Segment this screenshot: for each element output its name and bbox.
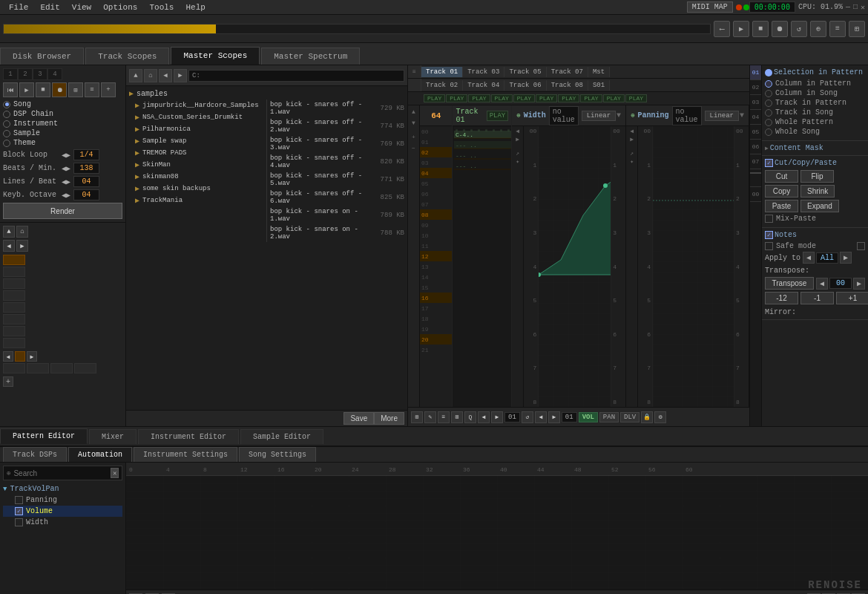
menu-tools[interactable]: Tools <box>143 1 180 13</box>
auto-item-width[interactable]: Width <box>3 517 122 528</box>
apply-right[interactable]: ▶ <box>840 252 852 264</box>
pe-bb-val[interactable]: 01 <box>504 412 520 422</box>
lines-arrows[interactable]: ◀▶ <box>62 177 70 186</box>
file-item-3[interactable]: bop kick - snares off - 3.wav 769 KB <box>267 135 407 153</box>
browser-item-1[interactable]: ▶ jimpurbrick__Hardcore_Samples <box>126 99 266 111</box>
play-btn-9[interactable]: PLAY <box>603 94 625 102</box>
pan-ctrl-1[interactable]: ◀ <box>630 128 634 134</box>
browser-item-4[interactable]: ▶ Sample swap <box>126 135 266 147</box>
safe-mode-cb2[interactable] <box>857 242 865 250</box>
pan-ctrl-3[interactable]: ↗ <box>630 150 634 157</box>
pan-mode-arrow[interactable]: ▼ <box>740 111 744 120</box>
track-tab-08[interactable]: Track 08 <box>547 80 588 91</box>
transport-add[interactable]: + <box>101 82 116 97</box>
browser-fwd[interactable]: ▶ <box>174 69 187 82</box>
browser-home[interactable]: ⌂ <box>144 69 157 82</box>
safe-mode-cb[interactable] <box>765 242 773 250</box>
flip-button[interactable]: Flip <box>800 170 834 183</box>
pe-bb-val2[interactable]: 01 <box>562 412 577 422</box>
radio-sample[interactable]: Sample <box>3 129 122 137</box>
transpose-button[interactable]: Transpose <box>765 277 814 290</box>
beat-num-display[interactable]: 64 <box>431 111 441 120</box>
menu-help[interactable]: Help <box>180 1 211 13</box>
sp-2[interactable] <box>27 363 49 373</box>
toolbar-btn-2[interactable]: ▶ <box>733 21 749 37</box>
lines-val[interactable]: 04 <box>73 176 99 187</box>
editor-tab-sample[interactable]: Sample Editor <box>240 429 323 444</box>
sel-whole-song[interactable]: Whole Song <box>765 128 865 136</box>
editor-tab-instrument[interactable]: Instrument Editor <box>138 429 239 444</box>
toolbar-btn-4[interactable]: ⏺ <box>772 21 788 37</box>
pan-val[interactable]: no value <box>672 106 702 125</box>
nav-left[interactable]: ◀ <box>3 240 15 252</box>
pe-bb-vol[interactable]: VOL <box>579 412 598 422</box>
v-tab-4[interactable]: 04 <box>750 110 761 125</box>
search-input[interactable] <box>13 469 108 477</box>
v-tab-1[interactable]: 01 <box>750 65 761 80</box>
copy-button[interactable]: Copy <box>765 185 798 198</box>
pe-bb-lock[interactable]: 🔒 <box>641 411 653 423</box>
transport-rec[interactable]: ⏺ <box>52 82 67 97</box>
transpose-left[interactable]: ◀ <box>816 278 828 290</box>
auto-cb-volume[interactable] <box>15 507 23 515</box>
transpose-val[interactable]: 00 <box>829 278 852 289</box>
paste-button[interactable]: Paste <box>765 200 798 212</box>
btab-trackdsp[interactable]: Track DSPs <box>3 447 67 462</box>
keyb-val[interactable]: 04 <box>73 189 99 200</box>
pe-bb-right[interactable]: ▶ <box>491 411 503 423</box>
pattern-num-3[interactable]: 3 <box>33 68 47 80</box>
toolbar-btn-6[interactable]: ⊕ <box>810 21 826 37</box>
transport-play[interactable]: ▶ <box>19 82 34 97</box>
menu-file[interactable]: File <box>3 1 34 13</box>
sel-col-song[interactable]: Column in Song <box>765 89 865 97</box>
track-tab-04[interactable]: Track 04 <box>463 80 504 91</box>
track-tab-07[interactable]: Track 07 <box>547 67 588 77</box>
midi-map-button[interactable]: MIDI MAP <box>687 1 733 13</box>
progress-bar[interactable] <box>3 24 711 34</box>
browser-back[interactable]: ◀ <box>159 69 172 82</box>
ctrl-plus[interactable]: + <box>410 132 417 142</box>
track-collapse-btn[interactable]: ≡ <box>408 65 421 78</box>
width-mode[interactable]: Linear <box>582 111 616 121</box>
loop-arrows[interactable]: ◀▶ <box>62 151 70 160</box>
browser-up[interactable]: ▲ <box>129 69 142 82</box>
nav-home[interactable]: ⌂ <box>16 226 28 238</box>
sp-3[interactable] <box>50 363 73 373</box>
more-button[interactable]: More <box>374 412 404 425</box>
menu-options[interactable]: Options <box>97 1 143 13</box>
track-tab-s01[interactable]: S01 <box>588 80 610 91</box>
apply-val[interactable]: All <box>816 252 838 264</box>
content-mask-header[interactable]: ▶ Content Mask <box>765 144 865 152</box>
tab-master-scopes[interactable]: Master Scopes <box>171 47 260 65</box>
track-block-1[interactable] <box>3 267 25 277</box>
radio-instrument[interactable]: Instrument <box>3 120 122 128</box>
loop-val[interactable]: 1/4 <box>73 149 99 160</box>
sel-col-pattern[interactable]: Column in Pattern <box>765 79 865 88</box>
apply-left[interactable]: ◀ <box>803 252 815 264</box>
render-button[interactable]: Render <box>3 203 122 219</box>
mix-paste-cb[interactable] <box>765 215 773 223</box>
track-tab-02[interactable]: Track 02 <box>421 80 463 91</box>
v-tab-3[interactable]: 03 <box>750 95 761 110</box>
pe-bb-l2[interactable]: ◀ <box>535 411 547 423</box>
cut-button[interactable]: Cut <box>765 170 798 183</box>
t-neg12[interactable]: -12 <box>765 292 798 304</box>
track-block-6[interactable] <box>3 326 25 336</box>
play-btn-8[interactable]: PLAY <box>580 94 602 102</box>
notes-checkbox[interactable] <box>765 231 773 239</box>
pe-bb-settings[interactable]: ⚙ <box>654 411 666 423</box>
sel-track-song[interactable]: Track in Song <box>765 108 865 117</box>
t-neg1[interactable]: -1 <box>800 292 834 304</box>
ctrl-minus[interactable]: − <box>410 143 417 153</box>
track-play-btn[interactable]: PLAY <box>487 111 509 121</box>
ccp-checkbox[interactable] <box>765 159 773 167</box>
note-grid-area[interactable]: Track 01 PLAY <box>453 105 512 407</box>
editor-tab-mixer[interactable]: Mixer <box>89 429 137 444</box>
auto-item-panning[interactable]: Panning <box>3 495 122 506</box>
file-item-8[interactable]: bop kick - snares on - 2.wav 788 KB <box>267 224 407 242</box>
width-mode-arrow[interactable]: ▼ <box>617 111 621 120</box>
play-btn-5[interactable]: PLAY <box>513 94 535 102</box>
play-btn-1[interactable]: PLAY <box>424 94 445 102</box>
beats-arrows[interactable]: ◀▶ <box>62 164 70 173</box>
pe-bb-r2[interactable]: ▶ <box>548 411 560 423</box>
